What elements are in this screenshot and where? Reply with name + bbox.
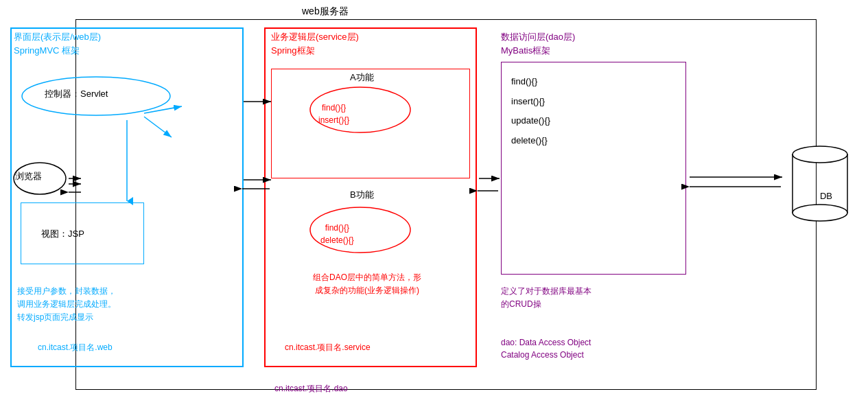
controller-label: 控制器：Servlet <box>45 88 108 100</box>
dao-package-text: cn.itcast.项目名.dao <box>274 383 348 395</box>
db-label: DB <box>820 191 832 201</box>
b-func-ellipse-text: find(){} delete(){} <box>320 222 354 246</box>
ui-bottom-text: 接受用户参数，封装数据， 调用业务逻辑层完成处理。 转发jsp页面完成显示 <box>17 285 116 325</box>
a-func-label: A功能 <box>350 71 374 84</box>
dao-annotation-text: dao: Data Access Object Catalog Access O… <box>501 336 591 361</box>
service-layer-title: 业务逻辑层(service层) Spring框架 <box>271 30 359 57</box>
ui-package-text: cn.itcast.项目名.web <box>38 342 113 353</box>
db-cylinder <box>789 141 851 223</box>
service-bottom-text: 组合DAO层中的简单方法，形 成复杂的功能(业务逻辑操作) <box>271 271 463 297</box>
view-label: 视图：JSP <box>41 228 84 240</box>
svg-point-6 <box>793 205 847 221</box>
dao-bottom-text: 定义了对于数据库最基本 的CRUD操 <box>501 285 693 311</box>
svg-point-5 <box>793 146 847 163</box>
service-package-text: cn.itcast.项目名.service <box>285 342 371 353</box>
dao-methods: find(){} insert(){} update(){} delete(){… <box>511 72 550 150</box>
b-func-label: B功能 <box>350 189 374 201</box>
diagram-container: web服务器 浏览器 界面层(表示层/web层) SpringMVC 框架 控制… <box>0 0 868 418</box>
ui-layer-title: 界面层(表示层/web层) SpringMVC 框架 <box>14 30 101 57</box>
web-server-label: web服务器 <box>302 5 349 18</box>
a-func-ellipse-text: find(){} insert(){} <box>318 102 349 126</box>
dao-layer-title: 数据访问层(dao层) MyBatis框架 <box>501 30 575 57</box>
